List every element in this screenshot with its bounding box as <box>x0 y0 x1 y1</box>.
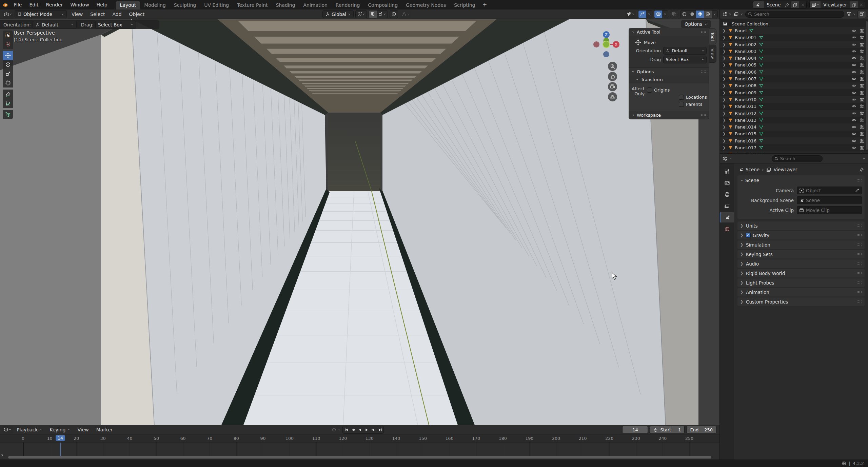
object-name[interactable]: Panel.008 <box>735 83 756 88</box>
expand-chevron-icon[interactable]: ❯ <box>723 125 728 129</box>
orientation-dropdown[interactable]: Default <box>33 21 76 28</box>
tool-add-cube[interactable] <box>3 110 13 119</box>
object-name[interactable]: Panel.005 <box>735 62 756 67</box>
overlays-toggle[interactable] <box>654 11 662 18</box>
properties-tab-output[interactable] <box>720 189 734 199</box>
jump-to-end-button[interactable] <box>377 426 383 433</box>
object-name[interactable]: Panel.013 <box>735 118 756 123</box>
hide-viewport-toggle[interactable] <box>851 145 856 150</box>
expand-chevron-icon[interactable]: ❯ <box>723 83 728 88</box>
play-reverse-button[interactable] <box>356 426 363 433</box>
snap-settings-dropdown[interactable] <box>377 11 388 18</box>
drag-handle-icon[interactable] <box>857 291 862 293</box>
expand-chevron-icon[interactable]: ❯ <box>723 28 728 33</box>
menu-file[interactable]: File <box>10 2 25 7</box>
disable-render-toggle[interactable] <box>860 124 865 130</box>
outliner-object-row[interactable]: ❯Panel.015 <box>720 131 868 137</box>
transform-orientation-dropdown[interactable]: Global <box>323 11 353 18</box>
workspace-tab-sculpting[interactable]: Sculpting <box>170 1 200 9</box>
drag-dropdown[interactable]: Select Box <box>96 21 136 28</box>
gravity-checkbox[interactable]: ✓ <box>746 233 750 237</box>
shading-material-button[interactable] <box>696 11 704 18</box>
jump-to-start-button[interactable] <box>343 426 350 433</box>
show-object-types-dropdown[interactable] <box>625 11 636 18</box>
workspace-tab-compositing[interactable]: Compositing <box>364 1 402 9</box>
editor-type-button[interactable] <box>2 11 14 18</box>
camera-view-button[interactable] <box>608 82 617 91</box>
workspace-tab-scripting[interactable]: Scripting <box>450 1 479 9</box>
expand-chevron-icon[interactable]: ❯ <box>723 145 728 150</box>
outliner-search-input[interactable] <box>754 12 842 17</box>
expand-chevron-icon[interactable]: ❯ <box>723 139 728 143</box>
object-name[interactable]: Panel.015 <box>735 131 756 136</box>
outliner-object-row[interactable]: ❯Panel.004 <box>720 55 868 61</box>
drag-handle-icon[interactable] <box>857 300 862 303</box>
transform-panel-header[interactable]: Transform <box>629 76 709 83</box>
outliner-object-row[interactable]: ❯Panel.009 <box>720 89 868 96</box>
object-name[interactable]: Panel.002 <box>735 42 756 47</box>
outliner-object-row[interactable]: ❯Panel <box>720 27 868 34</box>
sidebar-tab-view[interactable]: View <box>709 45 716 62</box>
tool-measure[interactable] <box>3 99 13 108</box>
background-scene-field[interactable]: Scene <box>797 196 862 204</box>
outliner-object-row[interactable]: ❯Panel.017 <box>720 144 868 151</box>
expand-chevron-icon[interactable]: ❯ <box>723 70 728 74</box>
outliner-object-row[interactable]: ❯Panel.011 <box>720 103 868 110</box>
viewlayer-selector[interactable]: ViewLayer <box>809 1 865 8</box>
object-name[interactable]: Panel.016 <box>735 138 756 143</box>
np-orientation-dropdown[interactable]: Default <box>664 47 706 54</box>
options-panel-header[interactable]: Options <box>629 67 709 76</box>
scene-name[interactable]: Scene <box>764 2 783 7</box>
viewlayer-name[interactable]: ViewLayer <box>821 2 850 7</box>
viewport-3d[interactable]: Orientation: Default Drag: Select Box Op… <box>0 19 719 425</box>
outliner-object-row[interactable]: ❯Panel.014 <box>720 123 868 130</box>
toggle-ortho-button[interactable] <box>608 92 617 101</box>
object-name[interactable]: Panel <box>735 28 747 33</box>
section-gravity[interactable]: ❯✓Gravity <box>737 231 865 239</box>
properties-tab-world[interactable] <box>720 224 734 234</box>
object-name[interactable]: Panel.006 <box>735 70 756 75</box>
outliner-object-row[interactable]: ❯Panel.002 <box>720 41 868 48</box>
properties-tab-view-layer[interactable] <box>720 201 734 211</box>
tool-annotate[interactable] <box>3 90 13 99</box>
hide-viewport-toggle[interactable] <box>851 138 856 143</box>
disable-render-toggle[interactable] <box>860 76 865 81</box>
properties-editor-type-button[interactable] <box>722 156 732 161</box>
outliner-object-row[interactable]: ❯Panel.003 <box>720 48 868 55</box>
properties-tab-tool[interactable] <box>720 166 734 176</box>
expand-chevron-icon[interactable]: ❯ <box>723 49 728 54</box>
workspace-tab-geometry-nodes[interactable]: Geometry Nodes <box>402 1 450 9</box>
current-frame-field[interactable]: 14 <box>623 426 648 433</box>
pin-icon[interactable] <box>783 1 791 8</box>
drag-handle-icon[interactable] <box>701 31 706 33</box>
new-scene-button[interactable] <box>791 1 799 8</box>
camera-field[interactable]: Object <box>797 187 862 194</box>
section-simulation[interactable]: ❯Simulation <box>737 240 865 249</box>
gizmos-dropdown[interactable] <box>646 11 652 18</box>
scene-icon[interactable] <box>753 1 764 8</box>
menu-window[interactable]: Window <box>66 2 93 7</box>
hide-viewport-toggle[interactable] <box>851 104 856 109</box>
new-collection-button[interactable] <box>858 11 866 18</box>
frame-start-field[interactable]: Start 1 <box>650 426 684 433</box>
disable-render-toggle[interactable] <box>860 42 865 47</box>
object-name[interactable]: Panel.017 <box>735 145 756 150</box>
disable-render-toggle[interactable] <box>860 28 865 33</box>
pin-id-icon[interactable] <box>859 167 864 172</box>
origins-checkbox[interactable] <box>647 88 652 92</box>
timeline-scrollbar[interactable] <box>8 456 711 459</box>
jump-next-keyframe-button[interactable] <box>370 426 377 433</box>
properties-options-dropdown[interactable] <box>862 157 866 160</box>
outliner-object-row[interactable]: ❯Panel.012 <box>720 110 868 117</box>
expand-chevron-icon[interactable]: ❯ <box>723 118 728 122</box>
drag-handle-icon[interactable] <box>857 225 862 227</box>
expand-chevron-icon[interactable]: ❯ <box>723 63 728 67</box>
timeline-menu-playback[interactable]: Playback <box>13 425 46 434</box>
expand-chevron-icon[interactable]: ❯ <box>723 77 728 81</box>
section-units[interactable]: ❯Units <box>737 221 865 230</box>
expand-chevron-icon[interactable]: ❯ <box>723 42 728 47</box>
workspace-tab-animation[interactable]: Animation <box>299 1 331 9</box>
section-light-probes[interactable]: ❯Light Probes <box>737 278 865 287</box>
outliner-search[interactable] <box>745 11 844 18</box>
disable-render-toggle[interactable] <box>860 111 865 116</box>
